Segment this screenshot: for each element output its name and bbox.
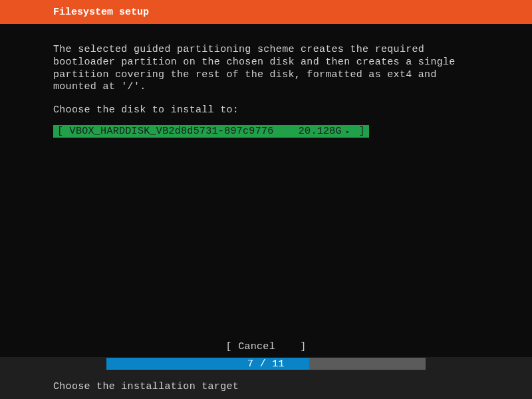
bracket-open: [ bbox=[57, 126, 70, 137]
disk-spacer bbox=[274, 126, 299, 137]
header-bar: Filesystem setup bbox=[0, 0, 532, 24]
cancel-button[interactable]: [ Cancel ] bbox=[226, 341, 307, 352]
main-content: The selected guided partitioning scheme … bbox=[0, 24, 532, 138]
disk-name: VBOX_HARDDISK_VB2d8d5731-897c9776 bbox=[70, 126, 274, 137]
description-text: The selected guided partitioning scheme … bbox=[53, 44, 479, 94]
choose-disk-prompt: Choose the disk to install to: bbox=[53, 104, 479, 116]
page-title: Filesystem setup bbox=[53, 7, 149, 18]
disk-size: 20.128G bbox=[299, 126, 342, 137]
chevron-right-icon: ▸ bbox=[346, 128, 350, 136]
cancel-row: [ Cancel ] bbox=[0, 341, 532, 352]
progress-text: 7 / 11 bbox=[247, 358, 285, 370]
bracket-close: ] bbox=[352, 126, 365, 137]
disk-option[interactable]: [ VBOX_HARDDISK_VB2d8d5731-897c9776 20.1… bbox=[53, 125, 369, 138]
progress-bar: 7 / 11 bbox=[106, 358, 426, 370]
footer-hint: Choose the installation target bbox=[53, 381, 239, 392]
